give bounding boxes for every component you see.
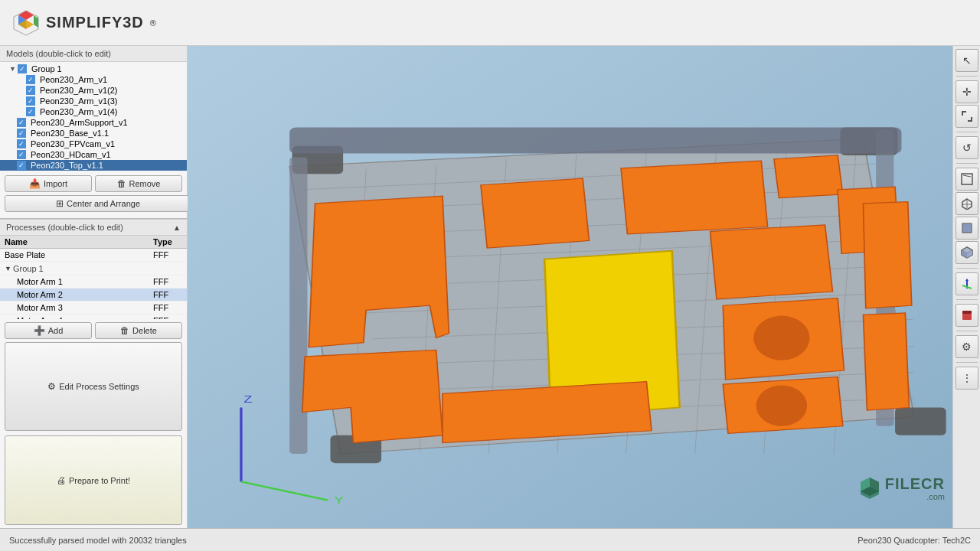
process-name-cell: Motor Arm 3 bbox=[0, 302, 149, 315]
filecr-logo-icon bbox=[858, 476, 882, 500]
tree-checkbox[interactable]: ✓ bbox=[17, 129, 26, 138]
processes-table: Name Type Base PlateFFF▼Group 1Motor Arm… bbox=[0, 236, 187, 319]
tree-checkbox[interactable]: ✓ bbox=[18, 64, 27, 73]
more-button[interactable]: ⋮ bbox=[956, 367, 978, 390]
rotate-tool-button[interactable]: ↺ bbox=[956, 136, 978, 159]
titlebar: SIMPLIFY3D® bbox=[0, 0, 980, 46]
process-row[interactable]: Motor Arm 1FFF bbox=[0, 276, 187, 289]
svg-marker-38 bbox=[710, 225, 833, 299]
svg-rect-71 bbox=[962, 311, 972, 314]
tree-checkbox[interactable]: ✓ bbox=[26, 86, 35, 95]
tree-checkbox[interactable]: ✓ bbox=[26, 75, 35, 84]
svg-text:Z: Z bbox=[243, 394, 252, 405]
statusbar: Successfully parsed model with 20032 tri… bbox=[0, 528, 980, 551]
svg-marker-2 bbox=[34, 15, 38, 28]
view-iso-button[interactable] bbox=[956, 192, 978, 215]
add-label: Add bbox=[48, 326, 64, 335]
tree-item-hdcam[interactable]: ✓Peon230_HDcam_v1 bbox=[0, 149, 187, 160]
process-row[interactable]: ▼Group 1 bbox=[0, 262, 187, 276]
processes-collapse-icon[interactable]: ▲ bbox=[173, 223, 181, 232]
processes-buttons: ➕ Add 🗑 Delete bbox=[0, 319, 187, 342]
process-type-cell: FFF bbox=[149, 276, 187, 289]
delete-label: Delete bbox=[132, 326, 157, 335]
remove-label: Remove bbox=[129, 179, 161, 188]
remove-button[interactable]: 🗑 Remove bbox=[95, 175, 182, 192]
statusbar-left: Successfully parsed model with 20032 tri… bbox=[9, 536, 187, 545]
perspective-icon bbox=[961, 173, 973, 185]
svg-point-43 bbox=[756, 385, 808, 425]
svg-text:Y: Y bbox=[334, 495, 344, 506]
main-layout: Models (double-click to edit) ▼✓Group 1✓… bbox=[0, 46, 980, 528]
models-tree: ▼✓Group 1✓Peon230_Arm_v1✓Peon230_Arm_v1(… bbox=[0, 62, 187, 172]
toolbar-divider-6 bbox=[956, 331, 978, 331]
iso-icon bbox=[961, 197, 973, 210]
tree-item-base[interactable]: ✓Peon230_Base_v1.1 bbox=[0, 128, 187, 139]
tree-item-arm_v1_4[interactable]: ✓Peon230_Arm_v1(4) bbox=[0, 106, 187, 117]
tree-checkbox[interactable]: ✓ bbox=[26, 96, 35, 106]
edit-icon: ⚙ bbox=[47, 381, 56, 392]
process-type-cell: FFF bbox=[149, 289, 187, 302]
processes-data-table: Name Type Base PlateFFF▼Group 1Motor Arm… bbox=[0, 236, 187, 319]
view-perspective-button[interactable] bbox=[956, 168, 978, 191]
toolbar-divider-7 bbox=[956, 362, 978, 363]
tree-checkbox[interactable]: ✓ bbox=[26, 107, 35, 116]
tree-item-label: Group 1 bbox=[31, 64, 62, 73]
tree-item-armsupport[interactable]: ✓Peon230_ArmSupport_v1 bbox=[0, 117, 187, 128]
tree-checkbox[interactable]: ✓ bbox=[17, 150, 26, 159]
app-title: SIMPLIFY3D bbox=[46, 14, 144, 31]
tree-item-label: Peon230_Arm_v1(2) bbox=[40, 86, 118, 95]
view-3d-button[interactable] bbox=[956, 241, 978, 264]
toolbar-divider-3 bbox=[956, 163, 978, 164]
svg-marker-35 bbox=[774, 155, 843, 198]
delete-process-button[interactable]: 🗑 Delete bbox=[95, 322, 182, 339]
process-row[interactable]: Motor Arm 3FFF bbox=[0, 302, 187, 315]
process-type-cell: FFF bbox=[149, 249, 187, 262]
surface-icon bbox=[961, 309, 973, 321]
tree-item-label: Peon230_Top_v1.1 bbox=[31, 161, 103, 170]
tree-item-label: Peon230_HDcam_v1 bbox=[31, 150, 111, 159]
edit-process-label: Edit Process Settings bbox=[59, 382, 139, 391]
edit-process-button[interactable]: ⚙ Edit Process Settings bbox=[5, 342, 182, 432]
settings-button[interactable]: ⚙ bbox=[956, 335, 978, 358]
prepare-label: Prepare to Print! bbox=[69, 476, 130, 485]
process-type-cell bbox=[149, 262, 187, 276]
tree-item-arm_v1[interactable]: ✓Peon230_Arm_v1 bbox=[0, 74, 187, 85]
right-toolbar: ↖ ✛ ↺ bbox=[952, 46, 980, 528]
filecr-brand: FILECR .com bbox=[885, 475, 945, 501]
svg-rect-28 bbox=[895, 408, 946, 435]
filecr-com-text: .com bbox=[885, 492, 945, 501]
view-top-button[interactable] bbox=[956, 217, 978, 240]
center-arrange-button[interactable]: ⊞ Center and Arrange bbox=[5, 195, 191, 212]
process-name-cell: Base Plate bbox=[0, 249, 149, 262]
surface-button[interactable] bbox=[956, 304, 978, 327]
import-button[interactable]: 📥 Import bbox=[5, 175, 92, 192]
add-process-button[interactable]: ➕ Add bbox=[5, 322, 92, 339]
tree-item-label: Peon230_Base_v1.1 bbox=[31, 129, 109, 138]
toolbar-divider-4 bbox=[956, 268, 978, 269]
tree-item-arm_v1_2[interactable]: ✓Peon230_Arm_v1(2) bbox=[0, 85, 187, 96]
tree-checkbox[interactable]: ✓ bbox=[17, 118, 26, 127]
add-icon: ➕ bbox=[34, 325, 45, 336]
move-tool-button[interactable]: ✛ bbox=[956, 80, 978, 103]
remove-icon: 🗑 bbox=[117, 178, 126, 189]
scale-tool-button[interactable] bbox=[956, 105, 978, 128]
tree-item-arm_v1_3[interactable]: ✓Peon230_Arm_v1(3) bbox=[0, 96, 187, 106]
process-row[interactable]: Motor Arm 2FFF bbox=[0, 289, 187, 302]
axis-button[interactable] bbox=[956, 272, 978, 295]
import-icon: 📥 bbox=[29, 178, 41, 189]
tree-item-top[interactable]: ✓Peon230_Top_v1.1 bbox=[0, 160, 187, 171]
select-tool-button[interactable]: ↖ bbox=[956, 49, 978, 72]
tree-item-label: Peon230_ArmSupport_v1 bbox=[31, 118, 128, 127]
tree-item-fpvcam[interactable]: ✓Peon230_FPVcam_v1 bbox=[0, 139, 187, 149]
chevron-icon: ▼ bbox=[9, 65, 16, 73]
tree-checkbox[interactable]: ✓ bbox=[17, 139, 26, 148]
viewport[interactable]: Z Y FILECR .com bbox=[188, 46, 952, 528]
tree-item-group1[interactable]: ▼✓Group 1 bbox=[0, 64, 187, 74]
build-plate: Z Y bbox=[188, 46, 952, 528]
prepare-button[interactable]: 🖨 Prepare to Print! bbox=[5, 435, 182, 525]
tree-item-label: Peon230_Arm_v1(4) bbox=[40, 107, 118, 116]
app-logo-icon bbox=[12, 9, 40, 37]
process-row[interactable]: Base PlateFFF bbox=[0, 249, 187, 262]
tree-checkbox[interactable]: ✓ bbox=[17, 161, 26, 170]
svg-marker-33 bbox=[481, 178, 590, 248]
